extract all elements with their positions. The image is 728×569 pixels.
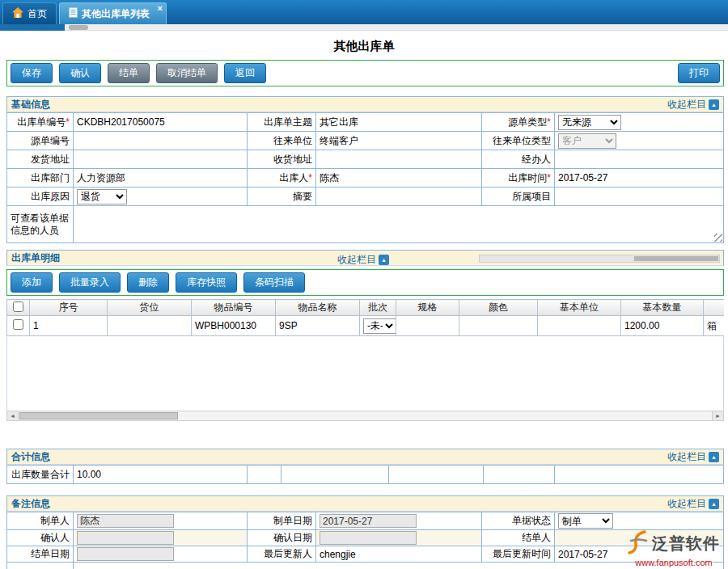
field-receive-address[interactable] — [316, 150, 482, 169]
doc-status-select[interactable]: 制单 — [558, 513, 613, 529]
remark-header: 备注信息 收起栏目 ▴ — [6, 495, 724, 512]
brand-watermark: 泛普软件 www.fanpusoft.com — [628, 530, 720, 567]
page-hscrollbar: ◄ ► — [6, 411, 724, 421]
col-seq: 序号 — [30, 300, 108, 316]
tab-active-label: 其他出库单列表 — [82, 7, 150, 21]
col-select — [7, 300, 30, 316]
cell-location[interactable] — [108, 316, 192, 336]
cell-base-unit[interactable] — [538, 316, 621, 336]
tab-close-icon[interactable]: × — [158, 3, 163, 13]
cell-item-no[interactable]: WPBH000130 — [192, 316, 276, 336]
cell-select — [7, 316, 30, 336]
col-item-no: 物品编号 — [192, 300, 276, 316]
confirmer-input — [77, 531, 174, 545]
collapse-icon: ▴ — [709, 452, 719, 462]
detail-table-wrap: 序号 货位 物品编号 物品名称 批次 规格 颜色 基本单位 基本数量 1 WPB… — [6, 299, 724, 336]
total-qty-value: 10.00 — [74, 466, 248, 484]
tab-scrollbar-thumb[interactable] — [69, 25, 88, 30]
field-summary[interactable] — [316, 188, 482, 206]
stock-snapshot-button[interactable]: 库存快照 — [176, 272, 237, 293]
cell-spec[interactable] — [396, 316, 459, 336]
detail-scrollbar-thumb[interactable] — [634, 256, 718, 261]
maker-input — [77, 514, 174, 528]
cell-item-name[interactable]: 9SP — [276, 316, 360, 336]
detail-collapse-label: 收起栏目 — [337, 253, 376, 267]
required-mark: * — [66, 116, 70, 128]
detail-scrollbar-track — [479, 255, 720, 263]
remark-section: 备注信息 收起栏目 ▴ 制单人 制单日期 单据状态 制单 确认人 确认日期 — [6, 495, 724, 569]
total-empty-cell — [484, 466, 555, 484]
back-button[interactable]: 返回 — [224, 63, 266, 83]
brand-name: 泛普软件 — [652, 533, 720, 554]
field-department[interactable]: 人力资源部 — [74, 169, 248, 188]
home-icon — [12, 7, 23, 20]
field-subject[interactable]: 其它出库 — [316, 113, 482, 132]
label-subject: 出库单主题 — [248, 113, 316, 132]
field-maker — [74, 512, 248, 530]
field-handler[interactable] — [555, 150, 724, 169]
cell-unit: 箱 — [704, 316, 725, 336]
field-out-time[interactable]: 2017-05-27 — [555, 169, 724, 188]
total-collapse-link[interactable]: 收起栏目 ▴ — [667, 450, 719, 464]
batch-select[interactable]: -未- — [363, 318, 396, 334]
basic-info-section: 基础信息 收起栏目 ▴ 出库单编号* CKDBH2017050075 出库单主题… — [6, 96, 724, 243]
scroll-left-arrow[interactable]: ◄ — [7, 411, 19, 420]
total-empty-cell — [555, 466, 724, 484]
basic-collapse-link[interactable]: 收起栏目 ▴ — [667, 98, 719, 112]
tab-home[interactable]: 首页 — [2, 2, 57, 24]
cell-color[interactable] — [459, 316, 538, 336]
select-all-checkbox[interactable] — [13, 301, 23, 312]
detail-collapse-link[interactable]: 收起栏目 ▴ — [337, 253, 389, 267]
main-toolbar: 保存 确认 结单 取消结单 返回 打印 — [6, 60, 724, 86]
viewers-input[interactable] — [77, 208, 720, 242]
field-order-no[interactable]: CKDBH2017050075 — [74, 113, 248, 132]
field-partner-type: 客户 — [555, 132, 724, 150]
col-color: 颜色 — [459, 300, 538, 316]
basic-info-title: 基础信息 — [11, 98, 50, 112]
field-source-type: 无来源 — [555, 113, 724, 132]
resize-handle[interactable] — [714, 234, 722, 242]
field-last-updater: chengjie — [316, 546, 482, 563]
field-ship-address[interactable] — [74, 150, 248, 169]
label-doc-status: 单据状态 — [482, 512, 555, 530]
total-table: 出库数量合计 10.00 — [6, 465, 724, 484]
field-partner[interactable]: 终端客户 — [316, 132, 482, 150]
settle-button[interactable]: 结单 — [108, 63, 150, 83]
detail-empty-area — [6, 336, 724, 411]
field-source-no[interactable] — [74, 132, 248, 150]
note-input[interactable] — [77, 564, 720, 569]
detail-row: 1 WPBH000130 9SP -未- 1200.00 箱 — [7, 316, 725, 336]
settle-date-input — [77, 547, 174, 561]
batch-input-button[interactable]: 批量录入 — [59, 272, 121, 293]
field-project[interactable] — [555, 188, 724, 206]
detail-toolbar: 添加 批量录入 删除 库存快照 条码扫描 — [6, 269, 724, 296]
scroll-right-arrow[interactable]: ► — [712, 411, 723, 420]
required-mark: * — [547, 172, 551, 183]
delete-row-button[interactable]: 删除 — [127, 272, 169, 293]
add-row-button[interactable]: 添加 — [11, 272, 53, 293]
cancel-settle-button[interactable]: 取消结单 — [156, 63, 218, 83]
hscrollbar-thumb[interactable] — [19, 412, 178, 419]
confirm-button[interactable]: 确认 — [59, 63, 101, 83]
row-checkbox[interactable] — [13, 319, 23, 330]
label-receive-address: 收货地址 — [248, 150, 316, 169]
source-type-select[interactable]: 无来源 — [558, 115, 621, 130]
total-empty-cell — [389, 466, 484, 484]
print-button[interactable]: 打印 — [678, 63, 720, 83]
label-last-updater: 最后更新人 — [248, 546, 316, 563]
label-order-no: 出库单编号* — [7, 113, 74, 132]
reason-select[interactable]: 退货 — [77, 189, 127, 204]
barcode-scan-button[interactable]: 条码扫描 — [243, 272, 305, 293]
save-button[interactable]: 保存 — [11, 63, 53, 83]
tab-scrollbar-track — [0, 24, 728, 31]
field-out-person[interactable]: 陈杰 — [316, 169, 482, 188]
remark-title: 备注信息 — [11, 497, 50, 511]
total-section: 合计信息 收起栏目 ▴ 出库数量合计 10.00 — [6, 449, 724, 484]
total-header: 合计信息 收起栏目 ▴ — [6, 449, 724, 465]
partner-type-select[interactable]: 客户 — [558, 133, 616, 149]
tab-outbound-list[interactable]: 其他出库单列表 × — [59, 2, 167, 24]
field-reason: 退货 — [74, 188, 248, 206]
cell-seq: 1 — [30, 316, 108, 336]
cell-base-qty[interactable]: 1200.00 — [621, 316, 704, 336]
remark-collapse-link[interactable]: 收起栏目 ▴ — [667, 497, 719, 511]
